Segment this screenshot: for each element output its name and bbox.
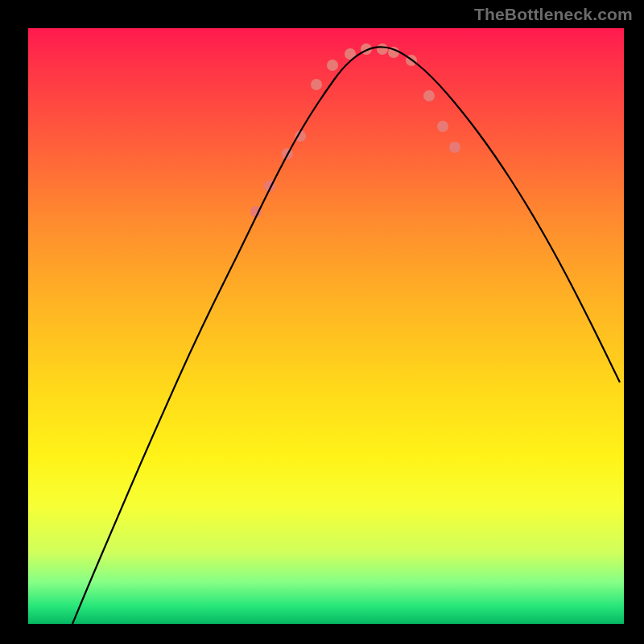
data-dot xyxy=(449,142,460,153)
chart-svg xyxy=(28,28,624,624)
data-dot xyxy=(311,79,322,90)
data-dot xyxy=(327,60,338,71)
watermark-text: TheBottleneck.com xyxy=(474,5,633,24)
chart-stage: TheBottleneck.com xyxy=(0,0,644,644)
data-dot xyxy=(423,90,435,101)
data-dot xyxy=(377,43,388,55)
data-dot xyxy=(437,121,448,132)
dot-layer xyxy=(250,43,460,217)
curve-line xyxy=(72,47,620,624)
